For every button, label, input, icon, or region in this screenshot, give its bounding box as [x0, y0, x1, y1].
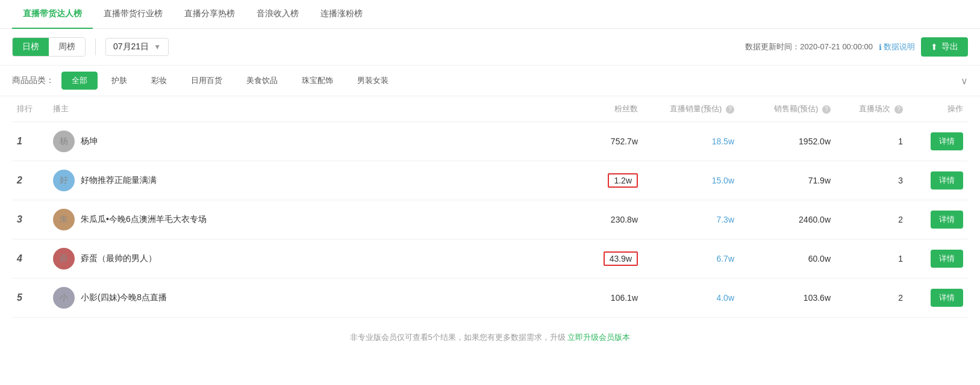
action-cell: 详情 — [908, 200, 968, 239]
fans-cell: 1.2w — [564, 161, 643, 200]
sessions-info-icon[interactable]: ? — [894, 105, 903, 114]
day-button[interactable]: 日榜 — [13, 38, 49, 56]
broadcaster-name: 孬蛋（最帅的男人） — [81, 253, 157, 264]
date-picker[interactable]: 07月21日 ▼ — [105, 38, 169, 56]
col-broadcaster: 播主 — [48, 96, 253, 122]
broadcaster-cell: 好 好物推荐正能量满满 — [48, 161, 253, 200]
broadcaster-name: 朱瓜瓜•今晚6点澳洲羊毛大衣专场 — [81, 214, 207, 225]
avatar: 朱 — [53, 209, 75, 230]
table-row: 4 孬 孬蛋（最帅的男人） 43.9w 6.7w 60.0w 1 详情 — [12, 239, 968, 279]
sessions-cell: 2 — [835, 279, 908, 318]
export-icon: ⬆ — [931, 42, 938, 52]
fans-cell: 752.7w — [564, 122, 643, 161]
info-icon: ℹ — [879, 43, 882, 52]
category-bar: 商品品类： 全部 护肤 彩妆 日用百货 美食饮品 珠宝配饰 男装女装 ∨ — [0, 66, 980, 96]
broadcaster-name: 小影(四妹)今晚8点直播 — [81, 292, 167, 303]
detail-button[interactable]: 详情 — [931, 132, 963, 150]
top-nav: 直播带货达人榜 直播带货行业榜 直播分享热榜 音浪收入榜 连播涨粉榜 — [0, 0, 980, 29]
avatar: 杨 — [53, 131, 75, 152]
avatar: 好 — [53, 170, 75, 191]
sales-amount-cell: 2460.0w — [739, 200, 835, 239]
chevron-down-icon: ▼ — [154, 43, 161, 51]
table-row: 3 朱 朱瓜瓜•今晚6点澳洲羊毛大衣专场 230.8w 7.3w 2460.0w… — [12, 200, 968, 239]
broadcaster-cell: 朱 朱瓜瓜•今晚6点澳洲羊毛大衣专场 — [48, 200, 253, 239]
broadcaster-cell: 孬 孬蛋（最帅的男人） — [48, 239, 253, 279]
action-cell: 详情 — [908, 279, 968, 318]
divider — [95, 38, 96, 55]
cat-all[interactable]: 全部 — [61, 72, 98, 90]
broadcaster-cell: 杨 杨坤 — [48, 122, 253, 161]
sales-amount-cell: 1952.0w — [739, 122, 835, 161]
broadcaster-name: 好物推荐正能量满满 — [81, 175, 157, 186]
category-more-icon[interactable]: ∨ — [961, 75, 968, 87]
cat-skincare[interactable]: 护肤 — [101, 72, 137, 90]
rank-cell: 5 — [12, 279, 48, 318]
cat-jewelry[interactable]: 珠宝配饰 — [292, 72, 343, 90]
cat-clothing[interactable]: 男装女装 — [347, 72, 399, 90]
cat-makeup[interactable]: 彩妆 — [141, 72, 177, 90]
action-cell: 详情 — [908, 239, 968, 279]
sales-amount-cell: 103.6w — [739, 279, 835, 318]
sales-volume-info-icon[interactable]: ? — [726, 105, 734, 114]
date-value: 07月21日 — [113, 42, 149, 52]
action-cell: 详情 — [908, 161, 968, 200]
table-row: 5 小 小影(四妹)今晚8点直播 106.1w 4.0w 103.6w 2 详情 — [12, 279, 968, 318]
tab-talent[interactable]: 直播带货达人榜 — [12, 0, 93, 29]
sessions-cell: 3 — [835, 161, 908, 200]
broadcaster-name: 杨坤 — [81, 136, 98, 147]
footer-text: 非专业版会员仅可查看5个结果，如果您有更多数据需求，升级 — [350, 333, 566, 342]
tab-share[interactable]: 直播分享热榜 — [173, 0, 246, 29]
data-table-wrap: 排行 播主 粉丝数 直播销量(预估) ? 销售额(预估) ? — [0, 96, 980, 318]
sales-volume-cell: 15.0w — [643, 161, 739, 200]
rank-cell: 4 — [12, 239, 48, 279]
table-row: 2 好 好物推荐正能量满满 1.2w 15.0w 71.9w 3 详情 — [12, 161, 968, 200]
sessions-cell: 1 — [835, 239, 908, 279]
tab-fans[interactable]: 连播涨粉榜 — [310, 0, 373, 29]
update-time-label: 数据更新时间：2020-07-21 00:00:00 — [745, 42, 873, 52]
detail-button[interactable]: 详情 — [931, 211, 963, 229]
fans-cell: 106.1w — [564, 279, 643, 318]
toolbar: 日榜 周榜 07月21日 ▼ 数据更新时间：2020-07-21 00:00:0… — [0, 29, 980, 66]
sales-volume-cell: 6.7w — [643, 239, 739, 279]
detail-button[interactable]: 详情 — [931, 250, 963, 268]
detail-button[interactable]: 详情 — [931, 171, 963, 189]
broadcaster-cell: 小 小影(四妹)今晚8点直播 — [48, 279, 253, 318]
col-sales-amount: 销售额(预估) ? — [739, 96, 835, 122]
sales-amount-cell: 60.0w — [739, 239, 835, 279]
upgrade-link[interactable]: 立即升级会员版本 — [567, 333, 630, 342]
sales-volume-cell: 18.5w — [643, 122, 739, 161]
day-week-toggle: 日榜 周榜 — [12, 37, 86, 57]
data-explain-link[interactable]: ℹ 数据说明 — [879, 42, 915, 52]
cat-food[interactable]: 美食饮品 — [236, 72, 288, 90]
ranking-table: 排行 播主 粉丝数 直播销量(预估) ? 销售额(预估) ? — [12, 96, 968, 318]
sessions-cell: 2 — [835, 200, 908, 239]
sales-amount-info-icon[interactable]: ? — [822, 105, 831, 114]
col-sales-volume: 直播销量(预估) ? — [643, 96, 739, 122]
fans-cell: 230.8w — [564, 200, 643, 239]
rank-cell: 2 — [12, 161, 48, 200]
rank-cell: 1 — [12, 122, 48, 161]
avatar: 小 — [53, 287, 75, 309]
col-rank: 排行 — [12, 96, 48, 122]
cat-daily[interactable]: 日用百货 — [181, 72, 233, 90]
sessions-cell: 1 — [835, 122, 908, 161]
fans-cell: 43.9w — [564, 239, 643, 279]
category-label: 商品品类： — [12, 75, 54, 86]
table-row: 1 杨 杨坤 752.7w 18.5w 1952.0w 1 详情 — [12, 122, 968, 161]
export-button[interactable]: ⬆ 导出 — [921, 37, 968, 57]
action-cell: 详情 — [908, 122, 968, 161]
footer-tip: 非专业版会员仅可查看5个结果，如果您有更多数据需求，升级 立即升级会员版本 — [0, 318, 980, 357]
week-button[interactable]: 周榜 — [49, 38, 85, 56]
col-sessions: 直播场次 ? — [835, 96, 908, 122]
col-fans: 粉丝数 — [564, 96, 643, 122]
sales-amount-cell: 71.9w — [739, 161, 835, 200]
sales-volume-cell: 7.3w — [643, 200, 739, 239]
detail-button[interactable]: 详情 — [931, 289, 963, 307]
toolbar-right: 数据更新时间：2020-07-21 00:00:00 ℹ 数据说明 ⬆ 导出 — [745, 37, 968, 57]
rank-cell: 3 — [12, 200, 48, 239]
col-action: 操作 — [908, 96, 968, 122]
tab-industry[interactable]: 直播带货行业榜 — [93, 0, 173, 29]
sales-volume-cell: 4.0w — [643, 279, 739, 318]
avatar: 孬 — [53, 248, 75, 270]
tab-income[interactable]: 音浪收入榜 — [246, 0, 310, 29]
